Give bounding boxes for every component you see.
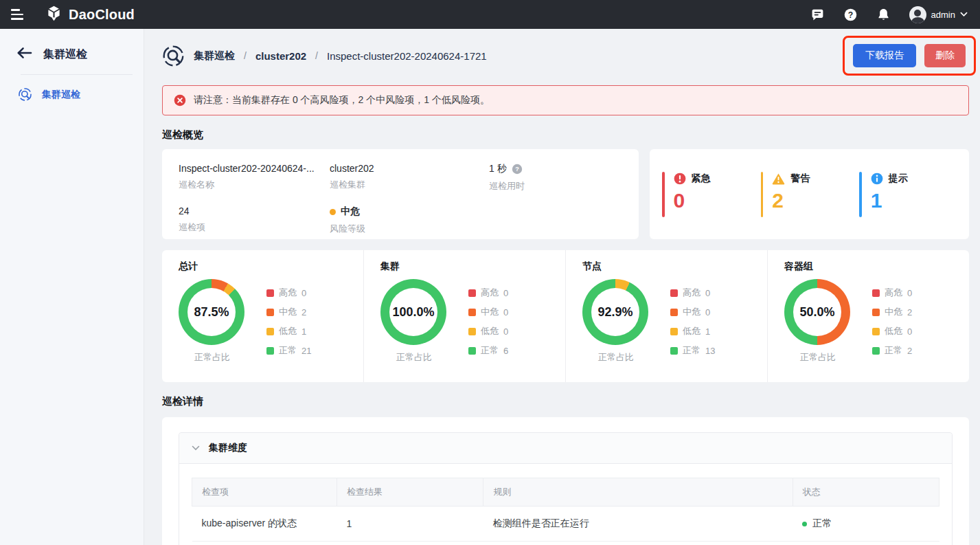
svg-text:?: ?: [847, 10, 852, 19]
col-header-status: 状态: [793, 478, 939, 507]
donut-section-total: 总计 87.5% 正常占比 高危0 中危2 低危1 正常21: [162, 250, 363, 382]
col-header-item: 检查项: [192, 478, 337, 507]
sidebar-item-label: 集群巡检: [42, 89, 80, 101]
details-section-title: 巡检详情: [162, 395, 969, 408]
inspection-summary-card: Inspect-cluster202-20240624-... 巡检名称 clu…: [162, 149, 639, 239]
donut-chart-pod: 50.0%: [784, 279, 850, 345]
risk-stats-card: 紧急 0: [650, 149, 969, 239]
table-row: kube-controller-manager 的状态 1 检测组件是否正在运行…: [192, 542, 939, 545]
messages-icon[interactable]: [810, 8, 825, 22]
field-inspection-name: Inspect-cluster202-20240624-... 巡检名称: [179, 163, 330, 192]
panel-title: 集群维度: [209, 442, 247, 454]
delete-button[interactable]: 删除: [924, 44, 966, 67]
help-icon[interactable]: ?: [843, 8, 858, 22]
info-circle-icon: [871, 173, 883, 185]
stat-info-value: 1: [871, 189, 908, 212]
menu-toggle-icon[interactable]: [11, 8, 27, 21]
table-row: kube-apiserver 的状态 1 检测组件是否正在运行 正常: [192, 507, 939, 542]
breadcrumb: 集群巡检 / cluster202 / Inspect-cluster202-2…: [162, 45, 487, 67]
overview-section-title: 巡检概览: [162, 129, 969, 142]
risk-level-dot: [330, 209, 336, 215]
chevron-down-icon: [192, 445, 200, 451]
notifications-bell-icon[interactable]: [876, 8, 891, 22]
main-content: 集群巡检 / cluster202 / Inspect-cluster202-2…: [144, 29, 980, 545]
duration-help-icon[interactable]: ?: [512, 164, 523, 175]
status-dot: [802, 522, 807, 526]
col-header-rule: 规则: [483, 478, 793, 507]
cluster-dimension-panel: 集群维度 检查项 检查结果 规则 状态: [179, 432, 953, 545]
username: admin: [931, 10, 955, 20]
annotation-highlight-box: 下载报告 删除: [843, 36, 976, 76]
status-badge: 正常: [812, 518, 832, 530]
download-report-button[interactable]: 下载报告: [853, 44, 916, 67]
breadcrumb-separator: /: [242, 50, 248, 61]
donut-section-pod: 容器组 50.0% 正常占比 高危0 中危2 低危0 正常2: [767, 250, 969, 382]
top-bar: DaoCloud ? admin: [0, 0, 980, 29]
stat-info: 提示 1: [859, 172, 958, 217]
divider: [21, 74, 133, 75]
inspection-results-table: 检查项 检查结果 规则 状态 kube-apiserver 的状态 1 检测组件…: [192, 478, 939, 545]
donut-legend: 高危0 中危0 低危0 正常6: [468, 287, 508, 364]
sidebar-item-cluster-inspection[interactable]: 集群巡检: [0, 78, 144, 111]
donut-chart-node: 92.9%: [582, 279, 648, 345]
brand-logo[interactable]: DaoCloud: [45, 5, 135, 25]
stat-warning: 警告 2: [761, 172, 860, 217]
panel-collapse-header[interactable]: 集群维度: [179, 433, 952, 464]
col-header-result: 检查结果: [337, 478, 483, 507]
pass-rate-card: 总计 87.5% 正常占比 高危0 中危2 低危1 正常21: [162, 250, 969, 382]
stat-urgent-value: 0: [674, 189, 711, 212]
user-menu[interactable]: admin: [909, 6, 968, 23]
field-risk-level: 中危 风险等级: [330, 205, 489, 235]
inspection-details-card: 集群维度 检查项 检查结果 规则 状态: [162, 417, 969, 545]
breadcrumb-root[interactable]: 集群巡检: [194, 49, 235, 63]
donut-chart-cluster: 100.0%: [380, 279, 446, 345]
daocloud-cube-icon: [45, 5, 62, 25]
donut-legend: 高危0 中危2 低危0 正常2: [872, 287, 912, 364]
breadcrumb-separator: /: [314, 50, 319, 61]
stat-urgent: 紧急 0: [662, 172, 761, 217]
error-circle-icon: [174, 94, 186, 107]
chevron-down-icon: [960, 12, 968, 17]
risk-alert-banner: 请注意：当前集群存在 0 个高风险项，2 个中风险项，1 个低风险项。: [162, 85, 969, 115]
exclamation-circle-icon: [674, 173, 686, 185]
donut-chart-total: 87.5%: [179, 279, 244, 345]
svg-text:?: ?: [515, 166, 519, 173]
inspection-logo-icon: [162, 45, 185, 67]
brand-name: DaoCloud: [69, 7, 135, 23]
stat-warning-value: 2: [772, 189, 810, 212]
field-inspection-duration: 1 秒 ? 巡检用时: [489, 163, 622, 192]
field-inspection-items: 24 巡检项: [179, 205, 330, 235]
breadcrumb-cluster[interactable]: cluster202: [255, 50, 306, 62]
donut-legend: 高危0 中危0 低危1 正常13: [670, 287, 715, 364]
donut-section-cluster: 集群 100.0% 正常占比 高危0 中危0 低危0 正常6: [363, 250, 565, 382]
breadcrumb-current: Inspect-cluster202-20240624-1721: [327, 50, 487, 62]
donut-section-node: 节点 92.9% 正常占比 高危0 中危0 低危1 正常13: [565, 250, 767, 382]
field-inspection-cluster: cluster202 巡检集群: [330, 163, 489, 192]
sidebar: 集群巡检 集群巡检: [0, 29, 144, 545]
warning-triangle-icon: [772, 173, 785, 185]
sidebar-title: 集群巡检: [43, 47, 87, 62]
alert-text: 请注意：当前集群存在 0 个高风险项，2 个中风险项，1 个低风险项。: [194, 94, 490, 107]
donut-legend: 高危0 中危2 低危1 正常21: [266, 287, 311, 364]
back-arrow-icon[interactable]: [16, 47, 32, 62]
avatar: [909, 6, 926, 23]
inspection-logo-icon: [18, 87, 32, 102]
